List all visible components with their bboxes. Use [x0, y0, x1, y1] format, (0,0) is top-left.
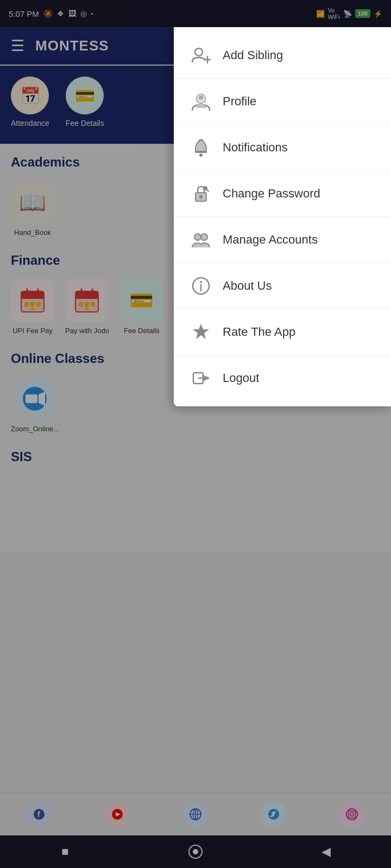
drawer-item-rate-app[interactable]: Rate The App [174, 309, 391, 355]
svg-point-26 [199, 95, 203, 100]
logout-label: Logout [223, 371, 259, 385]
drawer-item-change-password[interactable]: Change Password [174, 171, 391, 217]
profile-label: Profile [223, 94, 256, 108]
logout-icon [190, 367, 212, 389]
drawer-item-manage-accounts[interactable]: Manage Accounts [174, 217, 391, 263]
manage-accounts-label: Manage Accounts [223, 233, 318, 247]
manage-accounts-icon [190, 229, 212, 251]
drawer-item-add-sibling[interactable]: Add Sibling [174, 33, 391, 79]
notifications-icon [190, 137, 212, 158]
rate-icon [190, 321, 212, 343]
svg-line-34 [206, 189, 209, 192]
svg-point-35 [194, 234, 201, 240]
about-us-icon [190, 275, 212, 297]
drawer-item-profile[interactable]: Profile [174, 79, 391, 125]
drawer-menu: Add Sibling Profile Notifications [174, 27, 391, 406]
svg-point-39 [200, 281, 202, 283]
svg-marker-40 [193, 324, 209, 339]
drawer-item-about-us[interactable]: About Us [174, 263, 391, 309]
add-sibling-icon [190, 44, 212, 66]
svg-point-28 [199, 154, 203, 157]
drawer-item-notifications[interactable]: Notifications [174, 125, 391, 171]
svg-point-21 [195, 48, 203, 56]
about-us-label: About Us [223, 279, 272, 293]
svg-rect-27 [195, 151, 207, 153]
notifications-label: Notifications [223, 141, 288, 155]
change-password-label: Change Password [223, 187, 320, 201]
rate-app-label: Rate The App [223, 325, 295, 339]
drawer-item-logout[interactable]: Logout [174, 355, 391, 401]
svg-point-36 [201, 234, 207, 240]
change-password-icon [190, 183, 212, 205]
add-sibling-label: Add Sibling [223, 48, 283, 62]
profile-icon [190, 91, 212, 112]
